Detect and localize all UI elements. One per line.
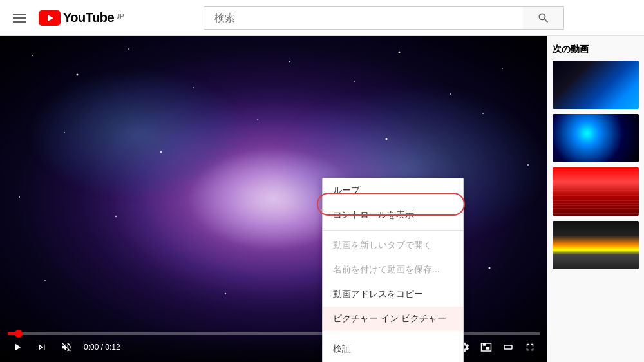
svg-point-3: [77, 74, 79, 76]
svg-point-15: [482, 113, 484, 114]
fullscreen-icon: [524, 341, 536, 353]
logo[interactable]: YouTubeJP: [39, 10, 124, 26]
svg-point-22: [225, 293, 226, 294]
svg-point-6: [289, 61, 290, 62]
context-menu-item-copy-url[interactable]: 動画アドレスをコピー: [323, 282, 463, 307]
svg-point-17: [115, 216, 117, 217]
miniplayer-icon: [480, 341, 492, 353]
svg-point-2: [32, 55, 33, 56]
context-menu-item-loop[interactable]: ループ: [323, 178, 463, 203]
next-icon: [36, 341, 48, 353]
youtube-logo-icon: [39, 10, 61, 26]
search-icon: [537, 12, 550, 24]
context-menu-item-controls-label: コントロールを表示: [333, 209, 414, 221]
fullscreen-button[interactable]: [520, 338, 540, 357]
thumbnail-card-1[interactable]: [553, 61, 639, 109]
svg-point-20: [527, 164, 529, 166]
context-menu-item-open-tab[interactable]: 動画を新しいタブで開く: [323, 233, 463, 258]
progress-thumb: [15, 330, 23, 338]
thumbnail-image-2: [553, 114, 639, 162]
context-menu-divider-2: [323, 334, 463, 334]
hamburger-button[interactable]: [10, 11, 28, 25]
thumbnail-image-1: [553, 61, 639, 109]
context-menu-item-save-label: 名前を付けて動画を保存...: [333, 264, 440, 276]
thumbnail-image-3: [553, 167, 639, 216]
logo-text: YouTube: [63, 10, 114, 25]
time-display: 0:00 / 0:12: [84, 343, 120, 352]
svg-point-14: [386, 138, 388, 140]
svg-point-8: [399, 52, 401, 53]
thumbnail-card-4[interactable]: [553, 221, 639, 269]
thumbnail-card-3[interactable]: [553, 167, 639, 216]
svg-point-9: [450, 93, 451, 95]
svg-point-10: [502, 68, 503, 69]
context-menu-item-controls[interactable]: コントロールを表示: [323, 203, 463, 227]
context-menu-item-copy-url-label: 動画アドレスをコピー: [333, 289, 423, 300]
context-menu-item-pip-label: ピクチャー イン ピクチャー: [333, 313, 446, 325]
main-layout: 0:00 / 0:12: [0, 36, 644, 362]
svg-point-16: [19, 196, 20, 198]
context-menu-item-open-tab-label: 動画を新しいタブで開く: [333, 240, 432, 251]
thumbnail-image-4: [553, 221, 639, 269]
sidebar-title: 次の動画: [553, 36, 639, 61]
theater-icon: [502, 341, 514, 353]
context-menu-item-pip[interactable]: ピクチャー イン ピクチャー: [323, 307, 463, 331]
theater-button[interactable]: [498, 338, 518, 357]
video-player[interactable]: 0:00 / 0:12: [0, 36, 547, 362]
context-menu-item-inspect-label: 検証: [333, 343, 351, 355]
mute-button[interactable]: [57, 338, 76, 357]
controls-right: [455, 338, 540, 357]
mute-icon: [61, 341, 72, 353]
search-bar: [204, 6, 564, 30]
logo-jp: JP: [117, 13, 124, 20]
context-menu: ループ コントロールを表示 動画を新しいタブで開く 名前を付けて動画を保存...…: [322, 178, 464, 362]
video-controls: 0:00 / 0:12: [0, 327, 547, 362]
play-button[interactable]: [8, 338, 27, 357]
svg-point-12: [160, 151, 162, 153]
search-button[interactable]: [523, 6, 564, 30]
search-input[interactable]: [204, 6, 523, 30]
header: YouTubeJP: [0, 0, 644, 36]
context-menu-item-inspect[interactable]: 検証: [323, 337, 463, 361]
video-background: [0, 36, 547, 362]
svg-point-5: [193, 87, 194, 88]
svg-point-13: [257, 119, 258, 120]
svg-point-7: [354, 81, 355, 82]
context-menu-divider-1: [323, 230, 463, 231]
video-area: 0:00 / 0:12: [0, 36, 547, 362]
svg-point-11: [64, 132, 65, 133]
next-button[interactable]: [32, 338, 52, 357]
context-menu-item-save[interactable]: 名前を付けて動画を保存...: [323, 258, 463, 282]
sidebar: 次の動画: [547, 36, 644, 362]
svg-point-24: [489, 267, 491, 269]
miniplayer-button[interactable]: [477, 338, 496, 357]
context-menu-item-loop-label: ループ: [333, 185, 360, 196]
stars-bg: [0, 36, 547, 362]
svg-point-4: [128, 48, 129, 50]
play-icon: [12, 341, 23, 353]
thumbnail-card-2[interactable]: [553, 114, 639, 162]
svg-point-21: [44, 280, 46, 281]
